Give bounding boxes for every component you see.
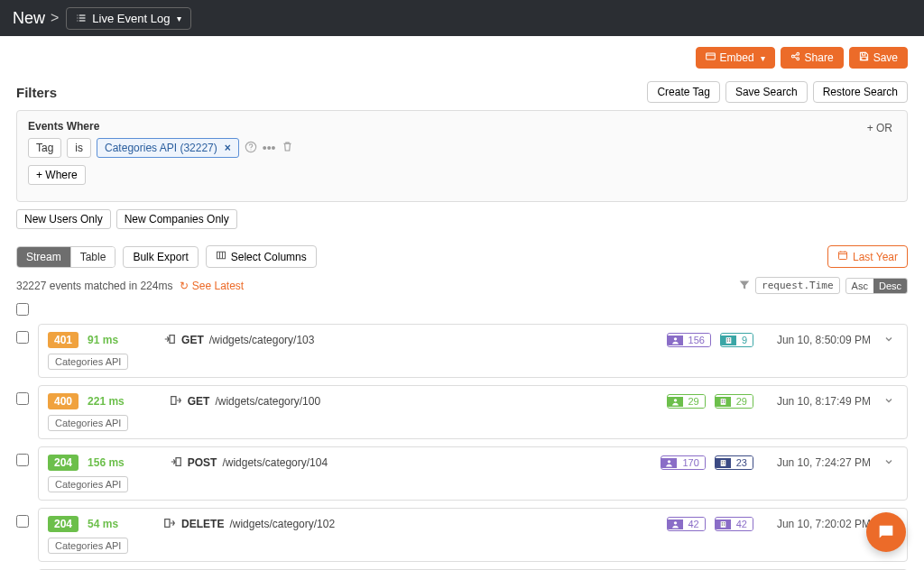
add-or-button[interactable]: + OR <box>864 120 896 136</box>
svg-rect-45 <box>165 519 170 527</box>
user-pill[interactable]: 29 <box>667 394 706 409</box>
company-pill[interactable]: 42 <box>715 517 753 531</box>
company-pill[interactable]: 29 <box>715 394 753 409</box>
user-pill[interactable]: 156 <box>667 333 711 347</box>
filter-field-chip[interactable]: Tag <box>28 138 61 158</box>
sort-desc[interactable]: Desc <box>873 279 907 293</box>
event-card[interactable]: 204156 msPOST/widgets/category/10417023J… <box>38 446 908 501</box>
svg-point-10 <box>796 58 799 60</box>
create-tag-button[interactable]: Create Tag <box>647 81 719 103</box>
table-tab[interactable]: Table <box>70 247 116 267</box>
event-tag[interactable]: Categories API <box>48 476 128 492</box>
svg-rect-49 <box>724 522 725 523</box>
help-icon[interactable] <box>245 141 257 156</box>
latency: 156 ms <box>88 456 125 469</box>
svg-line-11 <box>794 54 797 55</box>
svg-point-25 <box>673 337 676 340</box>
filter-op-chip[interactable]: is <box>67 138 91 158</box>
filter-value-chip[interactable]: Categories API (32227) × <box>97 138 239 158</box>
svg-rect-35 <box>724 400 725 400</box>
timerange-button[interactable]: Last Year <box>827 245 908 268</box>
status-badge: 400 <box>48 393 79 409</box>
event-checkbox[interactable] <box>16 331 29 344</box>
svg-rect-43 <box>722 463 723 464</box>
event-tag[interactable]: Categories API <box>48 354 128 370</box>
request-path: /widgets/category/103 <box>209 334 315 346</box>
http-method: GET <box>181 334 204 346</box>
svg-rect-24 <box>170 335 174 343</box>
embed-icon <box>706 51 716 64</box>
user-pill[interactable]: 170 <box>661 455 705 470</box>
svg-rect-41 <box>722 461 723 462</box>
svg-point-8 <box>791 55 794 58</box>
svg-rect-44 <box>724 463 725 464</box>
building-icon <box>716 397 731 407</box>
view-mode-segment: Stream Table <box>16 246 116 268</box>
event-card[interactable]: 40191 msGET/widgets/category/1031569Jun … <box>38 324 908 378</box>
event-checkbox[interactable] <box>16 515 29 528</box>
more-icon[interactable]: ••• <box>263 141 276 155</box>
see-latest-link[interactable]: ↻ See Latest <box>180 280 244 292</box>
event-row: 20454 msDELETE/widgets/category/1024242J… <box>16 508 908 562</box>
svg-rect-29 <box>727 340 728 341</box>
expand-icon[interactable] <box>880 395 898 409</box>
svg-rect-48 <box>722 522 723 523</box>
new-users-only-button[interactable]: New Users Only <box>16 209 111 229</box>
event-tag[interactable]: Categories API <box>48 538 128 554</box>
stream-tab[interactable]: Stream <box>17 247 70 267</box>
add-where-button[interactable]: + Where <box>28 165 86 185</box>
select-all-row <box>16 303 908 318</box>
restore-search-button[interactable]: Restore Search <box>813 81 908 103</box>
event-checkbox[interactable] <box>16 392 29 405</box>
filters-box: Events Where Tag is Categories API (3222… <box>16 110 908 202</box>
chat-fab[interactable] <box>866 512 906 552</box>
save-search-button[interactable]: Save Search <box>725 81 808 103</box>
trash-icon[interactable] <box>282 141 293 155</box>
filter-icon[interactable] <box>739 279 750 293</box>
status-badge: 204 <box>48 516 79 532</box>
event-tag[interactable]: Categories API <box>48 415 128 431</box>
svg-rect-6 <box>706 53 715 60</box>
svg-rect-27 <box>727 338 728 339</box>
event-card[interactable]: 20454 msDELETE/widgets/category/1024242J… <box>38 508 908 562</box>
expand-icon[interactable] <box>880 456 898 470</box>
chevron-down-icon: ▾ <box>177 14 181 23</box>
expand-icon[interactable] <box>880 334 898 347</box>
top-actions: Embed ▾ Share Save <box>16 47 908 69</box>
floppy-icon <box>859 51 869 64</box>
save-button[interactable]: Save <box>849 47 908 69</box>
calendar-icon <box>837 250 848 263</box>
svg-rect-47 <box>720 521 725 528</box>
new-companies-only-button[interactable]: New Companies Only <box>116 209 237 229</box>
user-pill[interactable]: 42 <box>667 517 706 531</box>
svg-rect-38 <box>176 457 180 465</box>
embed-button[interactable]: Embed ▾ <box>696 47 775 69</box>
status-row: 32227 events matched in 224ms ↻ See Late… <box>16 277 908 294</box>
match-count-text: 32227 events matched in 224ms <box>16 280 172 292</box>
svg-rect-31 <box>171 396 175 404</box>
select-columns-button[interactable]: Select Columns <box>206 245 317 268</box>
latency: 91 ms <box>88 334 118 346</box>
latency: 221 ms <box>88 395 125 408</box>
company-pill[interactable]: 23 <box>715 455 753 470</box>
share-icon <box>790 51 800 64</box>
live-event-log-dropdown[interactable]: Live Event Log ▾ <box>66 7 191 30</box>
sort-asc[interactable]: Asc <box>846 279 873 293</box>
latency: 54 ms <box>88 518 118 530</box>
timestamp: Jun 10, 8:50:09 PM <box>762 334 871 346</box>
bulk-export-button[interactable]: Bulk Export <box>123 246 198 268</box>
user-icon <box>668 519 683 529</box>
filters-title: Filters <box>16 85 57 100</box>
request-path: /widgets/category/102 <box>229 518 335 530</box>
events-where-label: Events Where <box>28 120 293 133</box>
share-button[interactable]: Share <box>781 47 844 69</box>
select-all-checkbox[interactable] <box>16 303 29 316</box>
remove-filter-icon[interactable]: × <box>225 142 231 154</box>
sort-field[interactable]: request.Time <box>755 277 839 294</box>
event-checkbox[interactable] <box>16 454 29 466</box>
event-row: 40191 msGET/widgets/category/1031569Jun … <box>16 324 908 378</box>
svg-rect-14 <box>861 57 866 60</box>
company-pill[interactable]: 9 <box>720 333 753 347</box>
event-card[interactable]: 400221 msGET/widgets/category/1002929Jun… <box>38 385 908 439</box>
building-icon <box>716 458 731 468</box>
